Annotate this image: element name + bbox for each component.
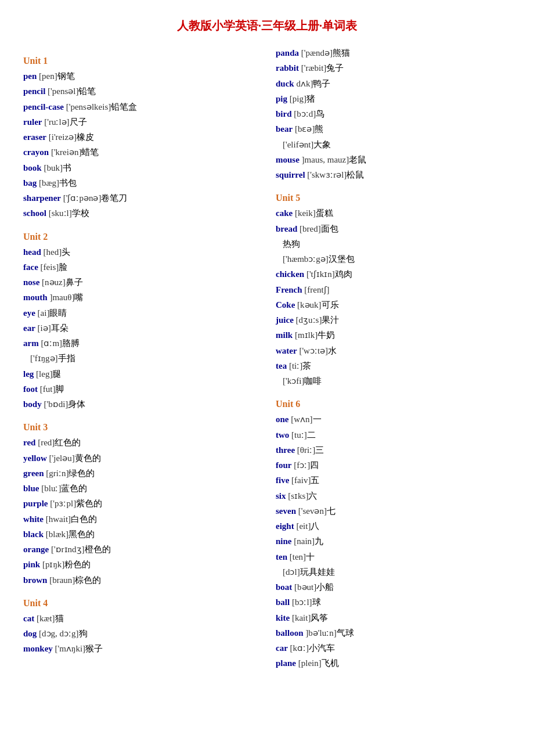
phonetic: [bɛə] <box>295 124 315 134</box>
phonetic: [wʌn] <box>291 415 312 424</box>
meaning: 热狗 <box>283 239 300 249</box>
phonetic: [pɪŋk] <box>42 560 64 569</box>
phonetic: ['kɔfi] <box>283 376 304 386</box>
word-entry: milk [mɪlk]牛奶 <box>276 327 511 343</box>
word-entry: cat [kæt]猫 <box>23 611 258 626</box>
word-bold: five <box>276 476 289 485</box>
word-bold: face <box>23 262 38 272</box>
word-bold: foot <box>23 384 38 394</box>
word-entry: rabbit ['ræbit]兔子 <box>276 60 511 75</box>
unit-title: Unit 1 <box>23 56 258 66</box>
word-bold: ball <box>276 597 290 607</box>
word-bold: pen <box>23 71 37 81</box>
word-bold: balloon <box>276 628 304 638</box>
meaning: 棕色的 <box>75 575 101 585</box>
meaning: 气球 <box>337 628 354 638</box>
word-bold: two <box>276 430 289 440</box>
word-bold: squirrel <box>276 170 305 179</box>
word-bold: water <box>276 346 297 355</box>
word-entry: mouse ]maus, mauz]老鼠 <box>276 152 511 167</box>
word-bold: school <box>23 208 46 218</box>
word-entry: body ['bɒdi]身体 <box>23 397 258 412</box>
meaning: 嘴 <box>74 293 83 302</box>
meaning: 茶 <box>302 361 311 370</box>
meaning: 五 <box>311 476 319 485</box>
phonetic: ['sevən] <box>298 506 327 516</box>
unit-title: Unit 4 <box>23 598 258 609</box>
word-bold: mouth <box>23 293 48 302</box>
meaning: 水 <box>328 346 337 355</box>
meaning: 可乐 <box>322 300 339 309</box>
phonetic: [bɔːl] <box>292 597 312 607</box>
phonetic: [bæg] <box>39 178 59 188</box>
phonetic: [θriː] <box>297 445 315 455</box>
word-entry: sharpener ['ʃɑːpənə]卷笔刀 <box>23 190 258 206</box>
meaning: 猪 <box>306 94 315 103</box>
word-entry: boat [bəut]小船 <box>276 579 511 595</box>
phonetic: [griːn] <box>46 469 68 478</box>
word-bold: plane <box>276 658 296 668</box>
meaning: 七 <box>327 506 335 516</box>
word-entry: monkey ['mʌŋki]猴子 <box>23 641 258 656</box>
unit-title: Unit 3 <box>23 422 258 433</box>
word-entry: bird [bɔːd]鸟 <box>276 106 511 121</box>
phonetic: [blæk] <box>46 530 68 539</box>
meaning: 牛奶 <box>317 330 335 340</box>
word-bold: car <box>276 643 288 653</box>
meaning: 猫 <box>55 614 64 623</box>
phonetic: [tuː] <box>291 430 307 440</box>
word-entry: pencil ['pensəl]铅笔 <box>23 84 258 99</box>
phonetic: [bred] <box>300 224 321 233</box>
word-bold: ten <box>276 552 287 561</box>
word-entry: bag [bæg]书包 <box>23 175 258 190</box>
meaning: 书 <box>63 163 71 172</box>
word-entry: panda ['pændə]熊猫 <box>276 45 511 60</box>
phonetic: ['kreiən] <box>51 147 82 157</box>
phonetic: ['ʃɑːpənə] <box>63 193 102 203</box>
word-entry: book [buk]书 <box>23 160 258 175</box>
meaning: 鼻子 <box>66 278 83 287</box>
phonetic: ['hæmbɔːgə] <box>283 254 329 264</box>
meaning: 黑色的 <box>68 530 95 539</box>
word-bold: purple <box>23 499 48 508</box>
phonetic: [pen] <box>39 71 57 81</box>
page-title: 人教版小学英语·三年级上册·单词表 <box>23 17 511 34</box>
word-entry: bread [bred]面包 <box>276 221 511 236</box>
meaning: 咖啡 <box>304 376 322 386</box>
word-bold: kite <box>276 613 290 622</box>
meaning: 玩具娃娃 <box>300 567 335 577</box>
word-entry: eight [eit]八 <box>276 519 511 534</box>
word-entry: ['hæmbɔːgə]汉堡包 <box>276 251 511 267</box>
word-entry: five [faiv]五 <box>276 473 511 488</box>
meaning: 橡皮 <box>77 132 94 142</box>
word-bold: brown <box>23 575 47 585</box>
phonetic: [pig] <box>290 94 306 103</box>
meaning: 耳朵 <box>51 323 68 333</box>
word-entry: pencil-case ['pensəlkeis]铅笔盒 <box>23 99 258 114</box>
meaning: 熊 <box>315 124 323 134</box>
phonetic: [hed] <box>44 247 62 257</box>
phonetic: ['pɜːpl] <box>50 499 76 508</box>
phonetic: ['pændə] <box>301 48 333 57</box>
meaning: 学校 <box>72 208 89 218</box>
phonetic: ['jeləu] <box>49 453 75 463</box>
word-entry: ['elifənt]大象 <box>276 137 511 152</box>
phonetic: [buk] <box>44 163 63 172</box>
meaning: 六 <box>308 491 317 501</box>
phonetic: [skuːl] <box>49 208 72 218</box>
meaning: 铅笔盒 <box>111 102 137 111</box>
meaning: 鸟 <box>316 109 324 118</box>
word-entry: water ['wɔːtə]水 <box>276 343 511 358</box>
meaning: 蓝色的 <box>61 484 87 493</box>
phonetic: [dʒuːs] <box>296 315 322 325</box>
word-entry: duck dʌk]鸭子 <box>276 76 511 91</box>
meaning: 球 <box>312 597 321 607</box>
word-bold: one <box>276 415 289 424</box>
word-bold: panda <box>276 48 299 57</box>
word-bold: book <box>23 163 42 172</box>
word-entry: three [θriː]三 <box>276 442 511 458</box>
content-columns: Unit 1 pen [pen]钢笔 pencil ['pensəl]铅笔 pe… <box>23 45 511 671</box>
phonetic: ['pensəl] <box>48 87 78 96</box>
meaning: 白色的 <box>71 514 97 524</box>
word-entry: green [griːn]绿色的 <box>23 466 258 481</box>
